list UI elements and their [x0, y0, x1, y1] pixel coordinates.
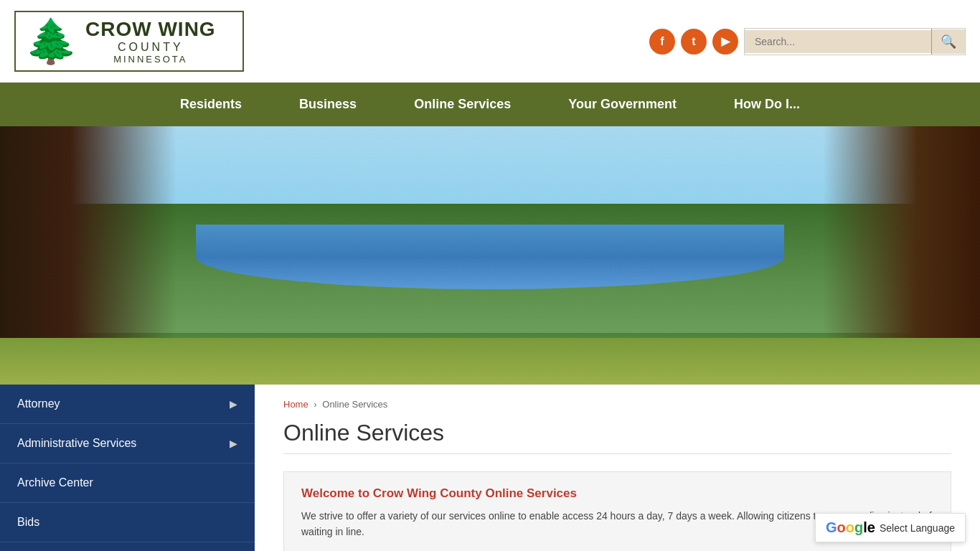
sidebar-item-attorney[interactable]: Attorney ▶ — [0, 385, 255, 424]
social-search-bar: f t ▶ 🔍 — [649, 28, 966, 55]
logo-minnesota: MINNESOTA — [85, 54, 216, 65]
main-nav: Residents Business Online Services Your … — [0, 83, 980, 126]
search-box: 🔍 — [744, 28, 966, 55]
youtube-icon[interactable]: ▶ — [712, 29, 738, 55]
sidebar-arrow-icon-2: ▶ — [230, 438, 237, 449]
facebook-icon[interactable]: f — [649, 29, 675, 55]
sidebar-item-community-services[interactable]: Community Services ▶ — [0, 542, 255, 551]
nav-item-how-do-i[interactable]: How Do I... — [705, 83, 829, 126]
sidebar-item-archive-label: Archive Center — [17, 476, 93, 489]
google-g-icon: Google — [826, 519, 875, 536]
nav-item-online-services[interactable]: Online Services — [385, 83, 540, 126]
breadcrumb-home[interactable]: Home — [283, 399, 308, 410]
nav-item-residents[interactable]: Residents — [151, 83, 270, 126]
site-header: 🌲 CROW WING COUNTY MINNESOTA f t ▶ 🔍 — [0, 0, 980, 83]
header-right: f t ▶ 🔍 — [649, 28, 966, 55]
logo[interactable]: 🌲 CROW WING COUNTY MINNESOTA — [14, 11, 244, 72]
sidebar: Attorney ▶ Administrative Services ▶ Arc… — [0, 385, 255, 551]
nav-item-business[interactable]: Business — [270, 83, 385, 126]
twitter-icon[interactable]: t — [681, 29, 707, 55]
hero-foreground — [0, 338, 980, 385]
logo-tree-icon: 🌲 — [24, 20, 78, 63]
breadcrumb: Home › Online Services — [283, 399, 951, 410]
sidebar-item-bids-label: Bids — [17, 516, 39, 529]
search-icon: 🔍 — [941, 34, 956, 50]
hero-water — [196, 225, 784, 289]
sidebar-item-attorney-label: Attorney — [17, 397, 60, 410]
search-button[interactable]: 🔍 — [932, 29, 965, 54]
translate-label: Select Language — [880, 522, 955, 534]
hero-image — [0, 126, 980, 385]
logo-county: COUNTY — [85, 41, 216, 54]
logo-text: CROW WING COUNTY MINNESOTA — [85, 18, 216, 65]
logo-crow-wing: CROW WING — [85, 18, 216, 41]
breadcrumb-separator: › — [314, 399, 316, 410]
sidebar-arrow-icon: ▶ — [230, 398, 237, 410]
breadcrumb-current: Online Services — [322, 399, 387, 410]
sidebar-item-admin-label: Administrative Services — [17, 437, 136, 450]
page-title: Online Services — [283, 420, 951, 454]
sidebar-item-archive-center[interactable]: Archive Center — [0, 463, 255, 503]
sidebar-item-bids[interactable]: Bids — [0, 503, 255, 542]
google-translate-widget[interactable]: Google Select Language — [815, 513, 966, 542]
welcome-title: Welcome to Crow Wing County Online Servi… — [301, 486, 933, 501]
sidebar-item-administrative-services[interactable]: Administrative Services ▶ — [0, 424, 255, 463]
nav-item-your-government[interactable]: Your Government — [540, 83, 705, 126]
footer-bar: Google Select Language — [801, 504, 980, 551]
search-input[interactable] — [745, 30, 931, 53]
